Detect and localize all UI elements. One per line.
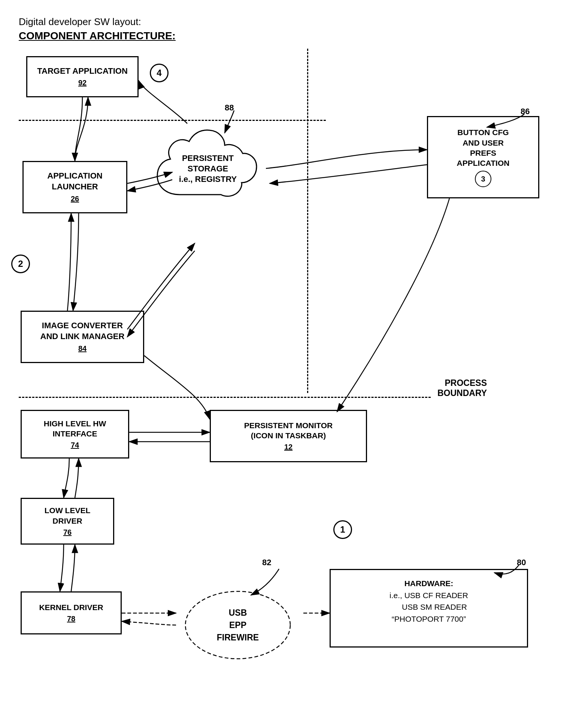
target-application-box: TARGET APPLICATION 92: [26, 56, 139, 97]
circle-3: 3: [475, 171, 491, 187]
ref-86: 86: [521, 107, 530, 116]
circle-1: 1: [333, 520, 352, 539]
process-boundary-label: PROCESS BOUNDARY: [412, 378, 487, 398]
svg-text:STORAGE: STORAGE: [188, 164, 228, 173]
svg-text:EPP: EPP: [229, 620, 246, 630]
svg-text:USB: USB: [229, 608, 247, 618]
circle-4-label: 4: [157, 68, 161, 78]
hardware-box: HARDWARE: i.e., USB CF READER USB SM REA…: [330, 569, 528, 648]
horizontal-divider-lower: [19, 397, 431, 398]
vertical-divider: [307, 49, 308, 393]
ref-80: 80: [517, 558, 526, 567]
low-level-box: LOW LEVELDRIVER 76: [21, 498, 114, 545]
usb-epp-svg: USB EPP FIREWIRE: [176, 584, 300, 666]
title-line1: Digital developer SW layout:: [19, 15, 176, 28]
circle-2: 2: [11, 255, 30, 273]
kernel-driver-label: KERNEL DRIVER: [39, 602, 103, 612]
kernel-driver-ref: 78: [67, 614, 75, 624]
app-launcher-ref: 26: [71, 194, 79, 204]
low-level-label: LOW LEVELDRIVER: [45, 505, 91, 526]
svg-text:PERSISTENT: PERSISTENT: [182, 153, 234, 163]
hardware-detail3: “PHOTOPORT 7700”: [392, 613, 466, 625]
title-line2: COMPONENT ARCHITECTURE:: [19, 28, 176, 43]
hardware-detail2: USB SM READER: [391, 601, 467, 613]
target-app-ref: 92: [78, 78, 87, 88]
high-level-ref: 74: [71, 440, 79, 450]
diagram: Digital developer SW layout: COMPONENT A…: [0, 0, 585, 728]
persistent-storage-cloud: PERSISTENT STORAGE i.e., REGISTRY: [150, 120, 266, 225]
persistent-monitor-box: PERSISTENT MONITOR(ICON IN TASKBAR) 12: [210, 410, 367, 462]
hardware-label: HARDWARE:: [404, 578, 454, 590]
low-level-ref: 76: [63, 527, 72, 537]
image-converter-box: IMAGE CONVERTERAND LINK MANAGER 84: [21, 311, 144, 363]
kernel-driver-box: KERNEL DRIVER 78: [21, 591, 122, 634]
svg-text:i.e., REGISTRY: i.e., REGISTRY: [179, 174, 237, 184]
button-cfg-label: BUTTON CFGAND USERPREFSAPPLICATION: [457, 127, 510, 168]
persistent-monitor-ref: 12: [284, 442, 292, 452]
circle-1-label: 1: [340, 524, 345, 535]
circle-2-label: 2: [18, 259, 23, 269]
process-text1: PROCESS: [412, 378, 487, 388]
cloud-svg: PERSISTENT STORAGE i.e., REGISTRY: [150, 120, 266, 225]
circle-4: 4: [150, 64, 169, 82]
image-converter-ref: 84: [78, 344, 87, 353]
target-app-label: TARGET APPLICATION: [37, 66, 128, 77]
process-text2: BOUNDARY: [412, 388, 487, 398]
usb-epp-fw-area: USB EPP FIREWIRE: [176, 584, 300, 666]
button-cfg-box: BUTTON CFGAND USERPREFSAPPLICATION 3: [427, 116, 539, 198]
app-launcher-label: APPLICATIONLAUNCHER: [47, 171, 102, 192]
ref-88: 88: [225, 103, 234, 113]
persistent-monitor-label: PERSISTENT MONITOR(ICON IN TASKBAR): [244, 420, 333, 441]
image-converter-label: IMAGE CONVERTERAND LINK MANAGER: [40, 320, 125, 342]
title-block: Digital developer SW layout: COMPONENT A…: [19, 15, 176, 43]
ref-82: 82: [262, 558, 271, 567]
app-launcher-box: APPLICATIONLAUNCHER 26: [22, 161, 127, 213]
svg-text:FIREWIRE: FIREWIRE: [217, 633, 259, 642]
hardware-detail1: i.e., USB CF READER: [390, 590, 468, 601]
high-level-box: HIGH LEVEL HWINTERFACE 74: [21, 410, 129, 459]
high-level-label: HIGH LEVEL HWINTERFACE: [44, 418, 106, 439]
